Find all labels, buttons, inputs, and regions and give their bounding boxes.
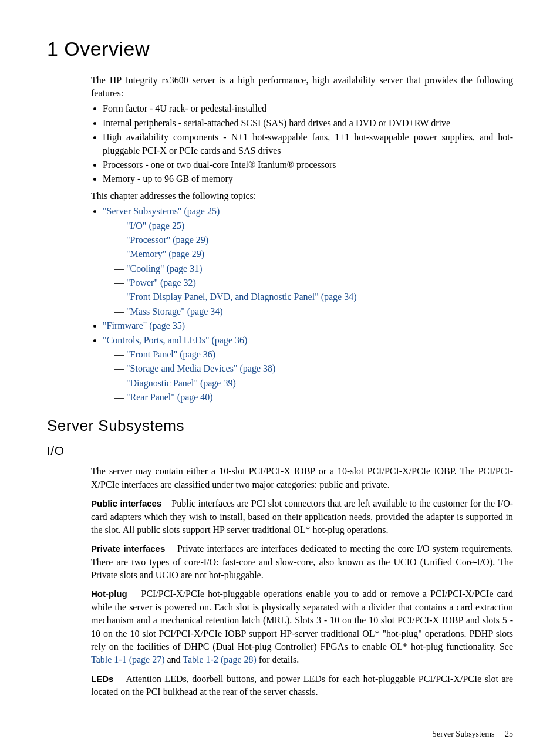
section-heading-server-subsystems: Server Subsystems — [47, 415, 513, 436]
list-item: "Cooling" (page 31) — [114, 262, 513, 275]
page-footer: Server Subsystems 25 — [47, 728, 513, 740]
footer-section-name: Server Subsystems — [432, 730, 494, 738]
paragraph-body: for details. — [257, 654, 299, 664]
sub-topic-list: "Front Panel" (page 36) "Storage and Med… — [103, 348, 513, 404]
run-in-heading: Public interfaces — [91, 498, 161, 508]
run-in-heading: Hot-plug — [91, 589, 127, 599]
paragraph-body: and — [165, 654, 183, 664]
topic-link[interactable]: "Mass Storage" (page 34) — [126, 306, 223, 316]
list-item: "Diagnostic Panel" (page 39) — [114, 377, 513, 390]
topic-link[interactable]: "I/O" (page 25) — [126, 221, 184, 231]
topic-link[interactable]: "Rear Panel" (page 40) — [126, 392, 213, 402]
intro-paragraph: The HP Integrity rx3600 server is a high… — [91, 74, 513, 100]
list-item: Processors - one or two dual-core Intel®… — [103, 158, 513, 171]
topic-link[interactable]: "Server Subsystems" (page 25) — [103, 206, 220, 216]
section-heading-io: I/O — [47, 442, 513, 459]
topic-link[interactable]: "Controls, Ports, and LEDs" (page 36) — [103, 335, 247, 345]
topic-link[interactable]: "Front Display Panel, DVD, and Diagnosti… — [126, 292, 357, 302]
hot-plug-paragraph: Hot-plug PCI/PCI-X/PCIe hot-pluggable op… — [91, 588, 513, 666]
table-link[interactable]: Table 1-1 (page 27) — [91, 654, 165, 664]
topic-link[interactable]: "Diagnostic Panel" (page 39) — [126, 378, 236, 388]
list-item: "Firmware" (page 35) — [103, 319, 513, 332]
topics-list: "Server Subsystems" (page 25) "I/O" (pag… — [91, 205, 513, 404]
run-in-heading: Private interfaces — [91, 544, 165, 553]
list-item: "Server Subsystems" (page 25) "I/O" (pag… — [103, 205, 513, 318]
topic-link[interactable]: "Processor" (page 29) — [126, 235, 208, 245]
transition-text: This chapter addresses the following top… — [91, 190, 513, 202]
list-item: Internal peripherals - serial-attached S… — [103, 117, 513, 130]
list-item: "Rear Panel" (page 40) — [114, 391, 513, 404]
topic-link[interactable]: "Firmware" (page 35) — [103, 320, 185, 330]
paragraph-body: PCI/PCI-X/PCIe hot-pluggable operations … — [91, 589, 513, 652]
list-item: Memory - up to 96 GB of memory — [103, 173, 513, 185]
list-item: "I/O" (page 25) — [114, 220, 513, 232]
list-item: "Front Display Panel, DVD, and Diagnosti… — [114, 291, 513, 303]
io-intro-paragraph: The server may contain either a 10-slot … — [91, 465, 513, 491]
topic-link[interactable]: "Power" (page 32) — [126, 278, 196, 288]
leds-paragraph: LEDs Attention LEDs, doorbell buttons, a… — [91, 673, 513, 699]
run-in-heading: LEDs — [91, 674, 113, 684]
table-link[interactable]: Table 1-2 (page 28) — [183, 654, 257, 664]
topic-link[interactable]: "Storage and Media Devices" (page 38) — [126, 363, 275, 373]
chapter-title: 1 Overview — [47, 35, 513, 63]
paragraph-body: Attention LEDs, doorbell buttons, and po… — [91, 674, 513, 697]
list-item: "Power" (page 32) — [114, 276, 513, 289]
feature-list: Form factor - 4U rack- or pedestal-insta… — [91, 102, 513, 185]
topic-link[interactable]: "Cooling" (page 31) — [126, 264, 202, 274]
list-item: "Front Panel" (page 36) — [114, 348, 513, 361]
list-item: "Processor" (page 29) — [114, 234, 513, 247]
list-item: High availability components - N+1 hot-s… — [103, 131, 513, 157]
sub-topic-list: "I/O" (page 25) "Processor" (page 29) "M… — [103, 220, 513, 319]
public-interfaces-paragraph: Public interfaces Public interfaces are … — [91, 497, 513, 536]
topic-link[interactable]: "Front Panel" (page 36) — [126, 349, 215, 359]
list-item: "Memory" (page 29) — [114, 248, 513, 261]
footer-page-number: 25 — [505, 730, 513, 738]
list-item: Form factor - 4U rack- or pedestal-insta… — [103, 102, 513, 115]
topic-link[interactable]: "Memory" (page 29) — [126, 249, 204, 259]
list-item: "Mass Storage" (page 34) — [114, 305, 513, 318]
private-interfaces-paragraph: Private interfaces Private interfaces ar… — [91, 542, 513, 582]
list-item: "Storage and Media Devices" (page 38) — [114, 362, 513, 375]
list-item: "Controls, Ports, and LEDs" (page 36) "F… — [103, 334, 513, 404]
